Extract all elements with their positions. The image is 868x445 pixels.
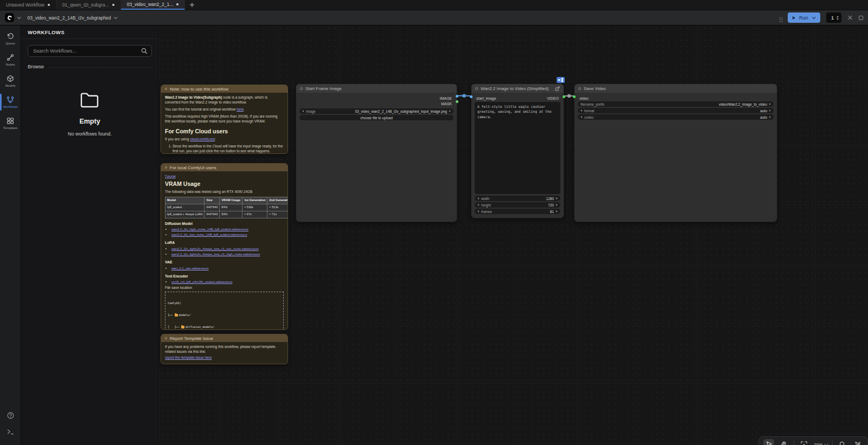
sidebar-item-nodes[interactable]: Nodes	[0, 51, 21, 69]
cloud-comfy-link[interactable]: cloud.comfy.org	[190, 137, 214, 141]
spinner-down-icon[interactable]	[837, 18, 839, 20]
zoom-search-button[interactable]	[837, 439, 848, 445]
prev-value-icon[interactable]	[580, 116, 582, 118]
model-download-link[interactable]: wan2.2_i2v_lightx2v_4steps_lora_v1_low_n…	[171, 247, 259, 250]
run-options-chevron-icon[interactable]	[813, 15, 816, 18]
next-value-icon[interactable]	[769, 116, 771, 118]
browse-section-header[interactable]: Browse	[28, 64, 152, 69]
batch-count-stepper[interactable]: 1	[826, 12, 841, 23]
tab-label: Unsaved Workflow	[6, 2, 44, 8]
spinner-up-icon[interactable]	[837, 16, 839, 17]
fit-view-button[interactable]	[799, 439, 809, 445]
unsaved-dot-icon[interactable]	[112, 4, 114, 6]
paragraph: The following data was tested using an R…	[165, 190, 284, 195]
note-header[interactable]: Note: how to use this workflow	[161, 85, 288, 93]
note-header[interactable]: For local ComfyUI users	[161, 164, 288, 171]
drag-handle-icon[interactable]	[780, 17, 781, 18]
tutorial-link[interactable]: Tutorial	[165, 175, 176, 178]
model-download-link[interactable]: wan2.2_i2v_low_noise_14B_fp8_scaled.safe…	[171, 233, 247, 236]
height-widget[interactable]: height 720	[475, 202, 560, 208]
stop-square-icon[interactable]	[859, 16, 863, 20]
sidebar-item-queue[interactable]: Queue	[0, 30, 21, 48]
search-icon[interactable]	[141, 48, 148, 54]
model-download-link[interactable]: umt5_xxl_fp8_e4m3fn_scaled.safetensors	[171, 280, 232, 283]
collapse-dot-icon[interactable]	[165, 88, 167, 90]
increment-icon[interactable]	[556, 197, 558, 199]
new-tab-button[interactable]	[185, 0, 199, 10]
collapse-dot-icon[interactable]	[165, 166, 167, 169]
image-link-midpoint[interactable]	[462, 94, 465, 98]
codec-widget[interactable]: codec auto	[578, 114, 774, 120]
node-header[interactable]: Wan2.2 Image to Video (Simplified)	[471, 84, 564, 93]
pointer-mode-button[interactable]	[852, 439, 863, 445]
filename-prefix-widget[interactable]: filename_prefix video/Wan2.2_image_to_vi…	[578, 101, 774, 107]
logo-menu-chevron-icon[interactable]	[17, 15, 21, 18]
sidebar-item-templates[interactable]: Templates	[0, 114, 21, 132]
open-subgraph-icon[interactable]	[555, 86, 560, 91]
model-download-link[interactable]: wan_2.1_vae.safetensors	[171, 267, 208, 270]
node-wan22-image-to-video[interactable]: Wan2.2 Image to Video (Simplified) start…	[471, 83, 564, 218]
format-widget[interactable]: format auto	[578, 108, 774, 113]
run-button[interactable]: Run	[788, 12, 820, 23]
unsaved-dot-icon[interactable]	[176, 3, 178, 5]
help-button[interactable]	[7, 409, 14, 422]
subgraph-badge[interactable]	[557, 77, 565, 83]
width-widget[interactable]: width 1280	[475, 196, 560, 201]
video-link-midpoint[interactable]	[567, 94, 571, 98]
terminal-button[interactable]	[7, 425, 14, 438]
video-output-slot[interactable]	[563, 95, 565, 98]
note-node-usage[interactable]: Note: how to use this workflow Wan2.2 Im…	[161, 85, 288, 154]
tab-01-qwen-t2i[interactable]: 01_qwen_t2i_subgra...	[56, 0, 121, 10]
image-combo-widget[interactable]: image 03_video_wan2_2_14B_i2v_subgraphed…	[299, 108, 454, 114]
collapse-dot-icon[interactable]	[165, 337, 167, 339]
video-input-slot[interactable]	[573, 95, 576, 98]
comfyui-logo[interactable]	[5, 13, 14, 22]
tutorial-link[interactable]: here	[237, 107, 244, 111]
collapse-dot-icon[interactable]	[475, 87, 478, 90]
decrement-icon[interactable]	[477, 204, 479, 206]
node-start-frame-image[interactable]: Start Frame Image IMAGE MASK image 03_vi…	[296, 83, 457, 222]
next-value-icon[interactable]	[769, 109, 771, 112]
node-save-video[interactable]: Save Video video filename_prefix video/W…	[574, 83, 777, 222]
next-value-icon[interactable]	[769, 103, 771, 105]
sidebar-item-workflows[interactable]: Workflows	[0, 93, 21, 111]
zoom-level-control[interactable]: 70%	[814, 442, 828, 445]
image-output-slot[interactable]	[456, 95, 458, 98]
sidebar-item-models[interactable]: Models	[0, 72, 21, 90]
tab-unsaved-workflow[interactable]: Unsaved Workflow	[0, 0, 56, 10]
next-value-icon[interactable]	[449, 110, 451, 112]
report-issue-link[interactable]: report the template issue here	[165, 356, 212, 359]
widget-value: 720	[548, 203, 554, 207]
increment-icon[interactable]	[556, 210, 558, 212]
note-node-report-issue[interactable]: Report Template Issue If you have any pr…	[161, 334, 288, 364]
pan-tool-button[interactable]	[778, 439, 789, 445]
model-download-link[interactable]: wan2.2_i2v_high_noise_14B_fp8_scaled.saf…	[171, 228, 248, 231]
frames-widget[interactable]: frames 81	[475, 209, 560, 214]
prev-value-icon[interactable]	[302, 110, 304, 112]
decrement-icon[interactable]	[477, 197, 479, 199]
prompt-textarea[interactable]: A felt-style little eagle cashier greeti…	[475, 102, 560, 194]
node-header[interactable]: Start Frame Image	[296, 84, 457, 93]
decrement-icon[interactable]	[477, 210, 479, 212]
tab-03-video-wan22[interactable]: 03_video_wan2_2_1...	[121, 0, 186, 10]
increment-icon[interactable]	[556, 204, 558, 206]
mask-output-slot[interactable]	[456, 100, 458, 103]
collapse-dot-icon[interactable]	[578, 87, 581, 90]
graph-canvas[interactable]: Note: how to use this workflow Wan2.2 Im…	[159, 25, 868, 445]
workflow-name-menu[interactable]: 03_video_wan2_2_14B_i2v_subgraphed	[28, 15, 117, 21]
close-icon[interactable]	[847, 15, 853, 21]
batch-spinner[interactable]	[837, 16, 839, 20]
note-node-local-users[interactable]: For local ComfyUI users Tutorial VRAM Us…	[161, 163, 288, 330]
unsaved-dot-icon[interactable]	[48, 4, 50, 6]
start-image-input-slot[interactable]	[470, 95, 473, 98]
upload-button[interactable]: choose file to upload	[299, 115, 454, 120]
toolbar-divider	[794, 441, 794, 445]
prev-value-icon[interactable]	[580, 109, 582, 112]
search-input[interactable]	[28, 45, 152, 57]
collapse-dot-icon[interactable]	[300, 87, 303, 90]
node-header[interactable]: Save Video	[575, 84, 777, 93]
note-header[interactable]: Report Template Issue	[161, 334, 288, 342]
model-download-link[interactable]: wan2.2_i2v_lightx2v_4steps_lora_v1_high_…	[171, 253, 260, 256]
zoom-chevron-icon	[825, 442, 828, 445]
select-tool-button[interactable]	[763, 439, 774, 445]
